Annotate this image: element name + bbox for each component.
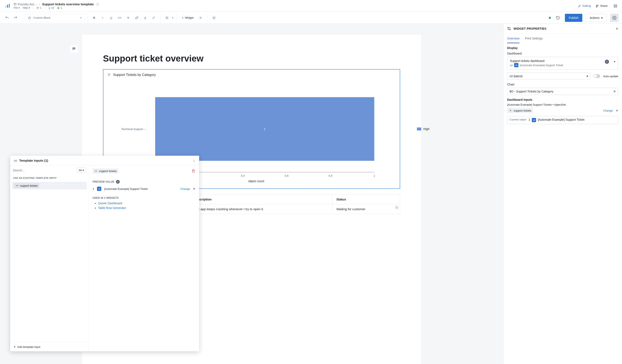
filter-all[interactable]: All▾ (77, 168, 86, 173)
dashboard-selector[interactable]: Support tickets dashboard on ◘ [Automate… (507, 57, 618, 70)
object-icon: ◘ (532, 118, 536, 122)
current-value-box: Current value: 1 ◘ [Automate Example] Su… (507, 116, 618, 124)
breadcrumb-bar: Foundry Aut… › Support tickets overview … (0, 0, 622, 12)
code-button[interactable]: </> (116, 14, 123, 21)
tab-overview[interactable]: Overview (507, 34, 520, 43)
change-link[interactable]: Change (180, 187, 190, 190)
page-title[interactable]: Support ticket overview (103, 54, 400, 64)
object-icon: ◘ (514, 63, 518, 67)
widget-link[interactable]: Quiver Dashboard (98, 201, 122, 205)
publish-button[interactable]: Publish (565, 14, 582, 22)
dashboard-name: Support tickets dashboard (510, 59, 615, 63)
inputs-sub: [Automate Example] Support Tickets • obj… (507, 103, 618, 106)
history-button[interactable] (554, 14, 562, 21)
delete-button[interactable] (192, 169, 195, 173)
svg-rect-0 (5, 6, 6, 8)
change-link[interactable]: Change (603, 109, 613, 112)
variable-icon: ✦ (15, 184, 19, 187)
undo-button[interactable] (3, 14, 11, 21)
template-input-item[interactable]: ✦ support tickets (12, 182, 87, 189)
settings-cog-button[interactable] (210, 14, 218, 21)
close-icon[interactable]: ✕ (193, 187, 195, 190)
info-icon[interactable]: i (116, 180, 120, 184)
help-menu[interactable]: Help ▾ (23, 6, 30, 9)
close-button[interactable]: ✕ (616, 27, 618, 30)
version-tag[interactable]: v2 (48, 6, 54, 9)
crop-icon (507, 27, 511, 31)
strike-button[interactable]: S (125, 14, 132, 21)
panel-title: WIDGET PROPERTIES (514, 27, 546, 30)
live-status-dot (549, 17, 551, 19)
chevron-down-icon: ▾ (586, 74, 588, 78)
editor-toolbar: Custom Block ▾ B I U </> S A ▾ + Widget … (0, 12, 622, 24)
branch-indicator[interactable]: 1 (37, 6, 42, 9)
italic-button[interactable]: I (99, 14, 106, 21)
text-color-button[interactable]: A (142, 14, 149, 21)
auto-update-toggle[interactable] (593, 74, 600, 78)
chevron-right-icon: › (39, 2, 40, 6)
section-label: USE AN EXISTING TEMPLATE INPUT (10, 175, 89, 181)
variable-icon: (x) (14, 159, 17, 162)
add-template-input-button[interactable]: + Add template input (14, 345, 85, 349)
info-icon[interactable]: i (395, 205, 399, 209)
svg-point-15 (214, 17, 215, 18)
table-header[interactable]: Description (190, 195, 332, 204)
file-menu[interactable]: File ▾ (14, 6, 20, 9)
robot-indicator[interactable]: 1 (57, 6, 62, 9)
popover-title: Template inputs (1) (19, 159, 48, 162)
svg-rect-2 (9, 4, 10, 8)
widget-link[interactable]: Table Row Generator (98, 206, 126, 210)
template-inputs-popover: (x) Template inputs (1) ⌄ All▾ USE AN EX… (10, 156, 199, 351)
table-header[interactable]: Status (332, 195, 400, 204)
input-chip-row: ✦ support tickets Change ✕ (507, 108, 618, 113)
panel-toggle-icon[interactable] (612, 3, 619, 9)
chevron-down-icon: ▾ (80, 16, 82, 19)
svg-point-16 (614, 17, 615, 18)
editing-mode[interactable]: Editing (578, 4, 591, 7)
insert-input-button[interactable] (197, 14, 204, 21)
search-input[interactable] (13, 168, 75, 173)
table-cell: Waiting for customeri (332, 204, 400, 214)
info-icon[interactable]: i (605, 60, 609, 64)
svg-marker-4 (96, 3, 99, 5)
actions-button[interactable]: Actions▾ (586, 14, 607, 22)
doc-title[interactable]: Support tickets overview template (42, 2, 94, 6)
close-icon[interactable]: ✕ (613, 90, 616, 93)
app-logo-icon[interactable] (3, 2, 12, 10)
svg-rect-8 (58, 7, 59, 8)
redo-button[interactable] (12, 14, 19, 21)
support-tickets-chip[interactable]: ✦ support tickets (507, 108, 533, 113)
svg-rect-1 (7, 5, 8, 8)
chevron-down-icon: ▾ (601, 16, 603, 19)
chart-title: Support Tickets by Category (113, 73, 156, 77)
table-cell: The app keeps crashing whenever I try to… (190, 204, 332, 214)
chevron-down-icon: ▾ (614, 60, 615, 63)
variable-icon: ✦ (509, 109, 512, 112)
star-icon[interactable] (96, 2, 99, 6)
svg-point-12 (598, 5, 599, 5)
breadcrumb-parent[interactable]: Foundry Aut… (14, 2, 37, 6)
section-display: Display (507, 46, 618, 50)
link-button[interactable] (133, 14, 140, 21)
add-widget-button[interactable]: + Widget (180, 14, 196, 21)
tab-print-settings[interactable]: Print Settings (525, 34, 543, 43)
gear-button[interactable] (610, 14, 619, 22)
bar-chart-icon (108, 73, 111, 77)
svg-marker-14 (28, 16, 31, 19)
chevron-down-icon[interactable]: ⌄ (193, 159, 195, 162)
highlight-button[interactable] (150, 14, 157, 21)
share-button[interactable]: Share (595, 4, 608, 8)
svg-rect-3 (14, 3, 16, 5)
bold-button[interactable]: B (91, 14, 98, 21)
svg-point-11 (596, 5, 597, 6)
version-selector[interactable]: v3 (latest) ▾ (507, 73, 590, 80)
align-button[interactable] (163, 14, 171, 21)
preview-count: 1 (93, 187, 94, 190)
underline-button[interactable]: U (108, 14, 115, 21)
close-icon[interactable]: ✕ (616, 109, 618, 112)
chart-selector[interactable]: $O - Support Tickets by Category ✕ (507, 88, 618, 95)
support-tickets-chip[interactable]: ✦ support tickets (93, 168, 118, 174)
auto-update-label: Auto-update (603, 75, 618, 78)
chart-legend: High (417, 127, 429, 131)
block-selector[interactable]: Custom Block ▾ (25, 14, 84, 22)
